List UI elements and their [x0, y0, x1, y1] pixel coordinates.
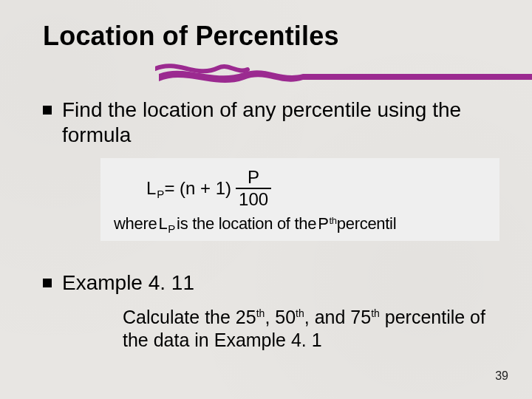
swoosh-path — [159, 70, 532, 83]
where-L: L — [158, 214, 167, 233]
bullet-2-text: Example 4. 11 — [62, 270, 194, 296]
formula-rhs-text: = (n + 1) — [164, 178, 231, 199]
formula-box: L P = (n + 1) P 100 where L P is the loc… — [100, 158, 499, 241]
where-mid: is the location of the — [177, 214, 316, 233]
subtext-part-a: Calculate the 25 — [123, 307, 256, 327]
formula-where-line: where L P is the location of the P th pe… — [114, 214, 486, 233]
fraction-numerator: P — [245, 168, 262, 188]
slide: Location of Percentiles Find the locatio… — [0, 0, 532, 399]
bullet-list-2: Example 4. 11 — [43, 270, 495, 296]
example-subtext: Calculate the 25th, 50th, and 75th perce… — [123, 306, 495, 351]
formula-lhs: L P — [146, 178, 164, 199]
bullet-1-text: Find the location of any percentile usin… — [62, 98, 476, 148]
where-L-sub: P — [168, 222, 175, 235]
sup-th-2: th — [296, 307, 304, 319]
formula-L: L — [146, 178, 156, 199]
formula-equation: L P = (n + 1) P 100 — [114, 168, 486, 208]
subtext-part-b: , 50 — [265, 307, 296, 327]
where-Pth: P th — [318, 214, 337, 233]
decorative-swoosh — [155, 58, 532, 95]
bullet-item-1: Find the location of any percentile usin… — [43, 98, 495, 148]
page-number: 39 — [495, 369, 508, 383]
formula-fraction: P 100 — [236, 168, 271, 208]
bullet-item-2: Example 4. 11 — [43, 270, 495, 296]
bullet-marker-icon — [43, 106, 52, 115]
where-Lp: L P — [158, 214, 175, 233]
fraction-denominator: 100 — [236, 189, 271, 208]
where-P: P — [318, 214, 328, 233]
swoosh-tail — [155, 66, 248, 71]
page-title: Location of Percentiles — [43, 21, 495, 52]
where-tail: percentil — [337, 214, 396, 233]
subtext-part-c: , and 75 — [304, 307, 371, 327]
bullet-list: Find the location of any percentile usin… — [43, 98, 495, 148]
where-th-sup: th — [330, 215, 337, 226]
where-word: where — [114, 214, 157, 233]
sup-th-3: th — [371, 307, 380, 319]
sup-th-1: th — [256, 307, 265, 319]
formula-L-subscript: P — [157, 188, 164, 200]
bullet-marker-icon — [43, 279, 52, 287]
